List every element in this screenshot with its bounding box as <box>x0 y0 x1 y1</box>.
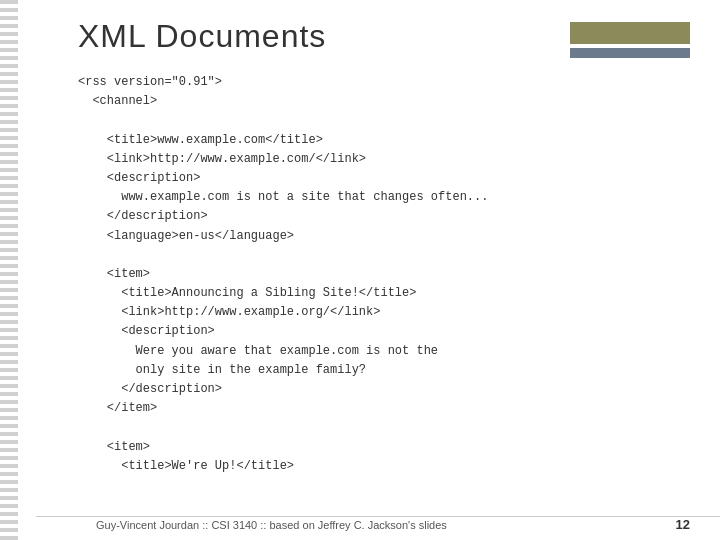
title-area: XML Documents <box>18 0 720 65</box>
slide-content: XML Documents <rss version="0.91"> <chan… <box>18 0 720 540</box>
slide-footer: Guy-Vincent Jourdan :: CSI 3140 :: based… <box>36 516 720 532</box>
footer-author: Guy-Vincent Jourdan <box>96 519 199 531</box>
footer-course: CSI 3140 <box>211 519 257 531</box>
code-area: <rss version="0.91"> <channel> <title>ww… <box>18 65 720 476</box>
title-accent-bar-2 <box>570 48 690 58</box>
left-decorative-bar <box>0 0 18 540</box>
footer-credit: based on Jeffrey C. Jackson's slides <box>269 519 446 531</box>
footer-sep1: :: <box>202 519 211 531</box>
title-accent-bar <box>570 22 690 44</box>
slide-page-number: 12 <box>676 517 690 532</box>
xml-code-block: <rss version="0.91"> <channel> <title>ww… <box>78 73 690 476</box>
footer-attribution: Guy-Vincent Jourdan :: CSI 3140 :: based… <box>96 519 447 531</box>
